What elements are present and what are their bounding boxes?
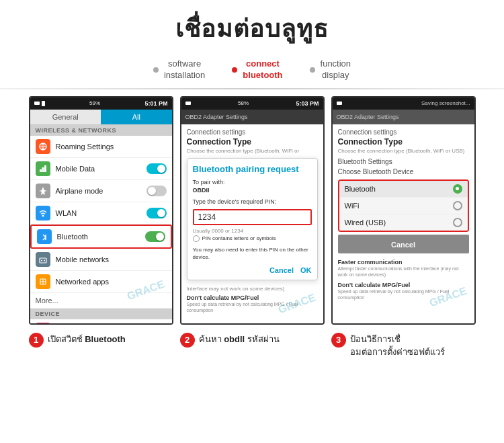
svg-rect-3: [42, 167, 44, 172]
airplane-icon: [36, 184, 50, 198]
mobilenetworks-icon: [36, 252, 50, 267]
wlan-toggle[interactable]: [146, 208, 167, 218]
device-section-header: DEVICE: [30, 309, 172, 319]
screen1-battery: 59%: [89, 100, 100, 106]
screen1-time: 5:01 PM: [144, 100, 167, 107]
main-container: เชื่อมต่อบลูทูธ software installation co…: [0, 0, 504, 443]
homescreen-row: Home screen style: [30, 319, 172, 323]
more-link[interactable]: More...: [30, 293, 172, 309]
bt-radio-selected: [453, 184, 462, 194]
step-connect: connect bluetooth: [232, 58, 282, 81]
wlan-row: WLAN: [30, 202, 172, 225]
screen3-conn-type: Connection Type: [338, 137, 469, 147]
mobiledata-toggle[interactable]: [146, 163, 167, 174]
svg-rect-6: [40, 258, 46, 263]
bt-option-wifi-label: WiFi: [345, 202, 360, 210]
pin-radio: [193, 235, 200, 242]
svg-point-5: [42, 214, 44, 216]
wlan-text: WLAN: [56, 209, 146, 217]
wireless-section-header: WIRELESS & NETWORKS: [30, 125, 172, 136]
wifi-radio-empty: [453, 201, 462, 210]
pairing-pin-prompt: Type the device's required PIN:: [193, 198, 312, 206]
conn-type-label: Connection Type: [187, 137, 318, 147]
pin-input[interactable]: [193, 209, 312, 225]
ok-btn[interactable]: OK: [300, 266, 312, 274]
screenshots-row: 59% 5:01 PM General All WIRELESS & NETWO…: [0, 96, 504, 325]
screen3-conn-settings: Connection settings: [338, 128, 469, 136]
mobilenetworks-text: Mobile networks: [56, 255, 167, 264]
conn-settings-label: Connection settings: [187, 128, 318, 136]
pin-check-row: PIN contains letters or symbols: [193, 235, 312, 242]
dont-calc-label3: Don't calculate MPG/Fuel: [338, 282, 469, 288]
roaming-icon: [36, 139, 50, 154]
dont-calc-desc3: Speed up data retrieval by not calculati…: [338, 288, 469, 300]
wlan-icon: [36, 206, 50, 220]
faster-comm-label: Faster communication: [338, 259, 469, 266]
screen2-status-icons: [185, 102, 191, 105]
tab-all[interactable]: All: [101, 110, 172, 124]
dialog-buttons: Cancel OK: [193, 266, 312, 274]
screen1: 59% 5:01 PM General All WIRELESS & NETWO…: [29, 96, 173, 325]
svg-point-8: [44, 259, 45, 261]
roaming-text: Roaming Settings: [56, 143, 167, 151]
caption3-number: 3: [331, 333, 346, 348]
captions-row: 1 เปิดสวิตช์ Bluetooth 2 ค้นหา obdll รหั…: [0, 325, 504, 359]
step2-label: connect bluetooth: [243, 58, 282, 81]
bluetooth-icon: [37, 229, 52, 244]
cancel-btn[interactable]: Cancel: [269, 266, 294, 274]
step1-bullet: [153, 67, 159, 73]
screen3-statusbar: Saving screenshot...: [333, 97, 474, 110]
signal-icon: [42, 101, 45, 106]
screen1-status-icons: [34, 101, 45, 106]
pairing-dialog: Bluetooth pairing request To pair with:O…: [187, 158, 318, 280]
tab-general[interactable]: General: [30, 110, 101, 124]
svg-point-7: [41, 259, 42, 261]
networkedapps-icon: [36, 274, 50, 289]
airplane-row: Airplane mode: [30, 180, 172, 202]
airplane-toggle[interactable]: [146, 186, 167, 196]
page-title: เชื่อมต่อบลูทูธ: [0, 9, 504, 48]
screen2-statusbar: 58% 5:03 PM: [181, 97, 323, 110]
homescreen-icon: [36, 323, 50, 323]
screen3-conn-desc: Choose the connection type (Bluetooth, W…: [338, 148, 469, 154]
screen2-battery: 58%: [238, 100, 249, 106]
cancel-bar[interactable]: Cancel: [338, 235, 469, 253]
step1-label: software installation: [164, 58, 205, 81]
bt-option-wifi[interactable]: WiFi: [339, 198, 468, 214]
tab-row: General All: [30, 110, 172, 125]
step3-label: function display: [321, 58, 351, 81]
bt-option-usb[interactable]: Wired (USB): [339, 214, 468, 231]
bt-option-usb-label: Wired (USB): [345, 218, 386, 227]
mobilenetworks-row: Mobile networks: [30, 249, 172, 271]
caption3-text: ป้อนวิธีการเชื่อมต่อการตั้งค่าซอฟต์แวร์: [350, 333, 445, 359]
screen3-body: Connection settings Connection Type Choo…: [333, 124, 474, 323]
screen2-time: 5:03 PM: [296, 100, 319, 107]
pairing-note: You may also need to enter this PIN on t…: [193, 246, 312, 261]
caption2-number: 2: [180, 333, 195, 348]
bt-options-box: Bluetooth WiFi Wired (USB): [338, 179, 469, 232]
screen3-status-icons: [337, 102, 342, 105]
choose-bt-label: Choose Bluetooth Device: [338, 168, 469, 175]
caption1-text: เปิดสวิตช์ Bluetooth: [48, 333, 126, 346]
usb-radio-empty: [453, 218, 462, 227]
caption3: 3 ป้อนวิธีการเชื่อมต่อการตั้งค่าซอฟต์แวร…: [331, 333, 476, 359]
bluetooth-row: Bluetooth: [30, 225, 172, 249]
caption2: 2 ค้นหา obdll รหัสผ่าน: [180, 333, 325, 348]
battery-pct: 59%: [89, 100, 100, 106]
networkedapps-row: Networked apps: [30, 271, 172, 293]
step2-bullet: [232, 67, 237, 73]
dont-calc-label: Don't calculate MPG/Fuel: [187, 294, 318, 301]
airplane-text: Airplane mode: [56, 187, 146, 195]
caption2-text: ค้นหา obdll รหัสผ่าน: [199, 333, 280, 346]
step-software: software installation: [153, 58, 205, 81]
pairing-to-pair: To pair with:OBDII: [193, 178, 312, 195]
bluetooth-toggle[interactable]: [145, 231, 165, 242]
screen2-topbar-title: OBD2 Adapter Settings: [185, 114, 248, 120]
screen1-body: General All WIRELESS & NETWORKS Roaming …: [30, 110, 172, 323]
screen2-topbar: OBD2 Adapter Settings: [181, 110, 323, 124]
step-function: function display: [310, 58, 351, 81]
bt-option-bluetooth[interactable]: Bluetooth: [339, 181, 468, 198]
caption1: 1 เปิดสวิตช์ Bluetooth: [29, 333, 173, 348]
steps-nav: software installation connect bluetooth …: [0, 53, 504, 88]
mobiledata-row: Mobile Data: [30, 158, 172, 180]
